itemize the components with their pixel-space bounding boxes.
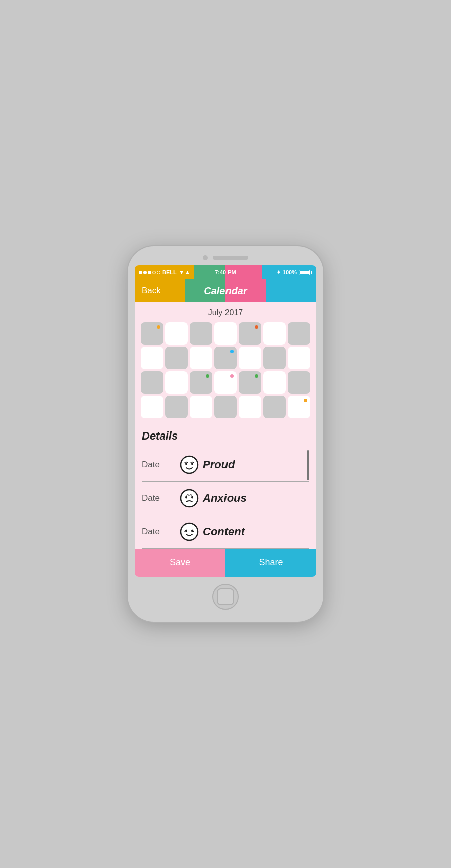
- calendar-cell[interactable]: [141, 347, 163, 369]
- phone-camera: [203, 255, 208, 260]
- bottom-bar: Save Share: [135, 549, 316, 577]
- phone-top-bar: [135, 255, 316, 260]
- calendar-cell[interactable]: [165, 396, 188, 418]
- nav-bar: Back Calendar: [135, 279, 316, 302]
- share-button[interactable]: Share: [225, 549, 316, 577]
- detail-date-label: Date: [142, 527, 172, 537]
- calendar-grid[interactable]: [141, 322, 310, 418]
- calendar-cell[interactable]: [263, 396, 286, 418]
- status-bar: BELL ▼▲ 7:40 PM ✦ 100%: [135, 265, 316, 279]
- details-section: Details Date ProudDate AnxiousDate Conte…: [135, 422, 316, 549]
- scrollbar-thumb[interactable]: [307, 450, 309, 480]
- detail-row[interactable]: Date Proud: [142, 448, 309, 482]
- details-title: Details: [142, 429, 309, 443]
- battery-fill: [300, 271, 309, 274]
- calendar-cell[interactable]: [165, 371, 188, 394]
- nav-title: Calendar: [185, 279, 265, 302]
- calendar-dot: [304, 399, 307, 402]
- home-button-wrap: [135, 584, 316, 610]
- calendar-cell[interactable]: [214, 371, 237, 394]
- scrollbar[interactable]: [307, 448, 309, 549]
- svg-point-5: [191, 496, 193, 498]
- calendar-cell[interactable]: [190, 322, 212, 345]
- calendar-cell[interactable]: [263, 371, 286, 394]
- svg-point-2: [191, 462, 193, 465]
- mood-icon-anxious: [180, 489, 199, 508]
- calendar-month: July 2017: [141, 308, 310, 317]
- back-button[interactable]: Back: [135, 279, 185, 302]
- status-right: ✦ 100%: [255, 269, 312, 276]
- calendar-dot: [230, 350, 234, 353]
- detail-mood-wrap: Content: [180, 522, 245, 541]
- calendar-cell[interactable]: [214, 322, 237, 345]
- calendar-cell[interactable]: [288, 396, 310, 418]
- calendar-area: July 2017: [135, 302, 316, 418]
- mood-icon-proud: [180, 455, 199, 474]
- mood-label: Anxious: [203, 492, 247, 505]
- svg-point-4: [185, 496, 187, 498]
- calendar-cell[interactable]: [239, 322, 261, 345]
- phone-frame: BELL ▼▲ 7:40 PM ✦ 100% Back Calendar: [128, 246, 323, 621]
- details-list: Date ProudDate AnxiousDate Content: [142, 448, 309, 549]
- signal-dot-2: [143, 271, 147, 274]
- svg-point-3: [181, 490, 198, 507]
- detail-mood-wrap: Proud: [180, 455, 235, 474]
- signal-dot-1: [139, 271, 142, 274]
- wifi-icon: ▼▲: [179, 269, 191, 276]
- calendar-cell[interactable]: [263, 347, 286, 369]
- calendar-cell[interactable]: [288, 322, 310, 345]
- detail-row[interactable]: Date Content: [142, 515, 309, 549]
- detail-date-label: Date: [142, 493, 172, 503]
- battery-icon: [299, 270, 312, 275]
- signal-dot-3: [148, 271, 151, 274]
- battery-tip: [311, 271, 312, 274]
- detail-mood-wrap: Anxious: [180, 489, 247, 508]
- calendar-cell[interactable]: [214, 396, 237, 418]
- detail-date-label: Date: [142, 460, 172, 470]
- calendar-dot: [157, 325, 160, 329]
- calendar-cell[interactable]: [239, 371, 261, 394]
- svg-point-6: [181, 523, 198, 540]
- calendar-cell[interactable]: [239, 347, 261, 369]
- calendar-cell[interactable]: [190, 371, 212, 394]
- calendar-cell[interactable]: [165, 347, 188, 369]
- status-time: 7:40 PM: [196, 269, 254, 275]
- calendar-cell[interactable]: [141, 396, 163, 418]
- svg-point-0: [181, 456, 198, 473]
- calendar-dot: [206, 374, 209, 378]
- signal-dot-4: [152, 271, 156, 274]
- mood-icon-content: [180, 522, 199, 541]
- calendar-cell[interactable]: [190, 396, 212, 418]
- phone-speaker: [213, 256, 248, 260]
- calendar-cell[interactable]: [239, 396, 261, 418]
- mood-label: Proud: [203, 458, 235, 471]
- calendar-cell[interactable]: [214, 347, 237, 369]
- status-left: BELL ▼▲: [139, 269, 196, 276]
- calendar-cell[interactable]: [141, 371, 163, 394]
- mood-label: Content: [203, 525, 245, 538]
- signal-dots: [139, 271, 160, 274]
- signal-dot-5: [157, 271, 160, 274]
- detail-row[interactable]: Date Anxious: [142, 482, 309, 515]
- home-button[interactable]: [212, 584, 239, 610]
- carrier-label: BELL: [162, 269, 177, 275]
- nav-right: [266, 279, 316, 302]
- save-button[interactable]: Save: [135, 549, 225, 577]
- svg-point-1: [185, 462, 187, 465]
- calendar-cell[interactable]: [165, 322, 188, 345]
- calendar-cell[interactable]: [141, 322, 163, 345]
- home-button-inner: [217, 588, 234, 605]
- battery-percent: 100%: [283, 269, 297, 275]
- calendar-cell[interactable]: [263, 322, 286, 345]
- calendar-cell[interactable]: [288, 347, 310, 369]
- calendar-dot: [255, 325, 258, 329]
- calendar-cell[interactable]: [190, 347, 212, 369]
- calendar-dot: [255, 374, 258, 378]
- calendar-dot: [230, 374, 234, 378]
- calendar-cell[interactable]: [288, 371, 310, 394]
- phone-screen: BELL ▼▲ 7:40 PM ✦ 100% Back Calendar: [135, 265, 316, 576]
- battery-body: [299, 270, 310, 275]
- bluetooth-icon: ✦: [276, 269, 281, 276]
